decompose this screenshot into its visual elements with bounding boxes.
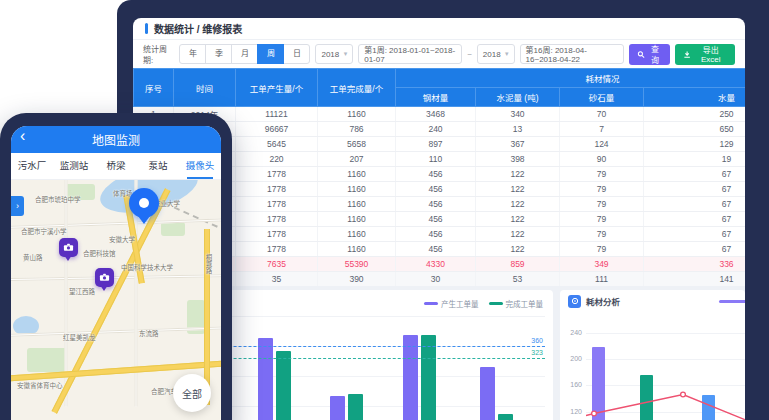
period-option[interactable]: 日 bbox=[283, 44, 310, 64]
table-cell: 250 bbox=[644, 107, 746, 122]
table-cell: 240 bbox=[396, 122, 476, 137]
col-header-sub1: 钢材量 bbox=[396, 88, 476, 107]
col-header-completed: 工单完成量/个 bbox=[318, 69, 396, 107]
consumable-chart-card: 耗材分析 4080120160200240 bbox=[560, 290, 745, 420]
end-week-input[interactable]: 第16周: 2018-04-16~2018-04-22 bbox=[520, 44, 624, 64]
table-cell: 456 bbox=[396, 197, 476, 212]
map-place-label: 合肥科技馆 bbox=[83, 248, 116, 258]
table-cell: 11121 bbox=[236, 107, 318, 122]
col-header-created: 工单产生量/个 bbox=[236, 69, 318, 107]
start-week-input[interactable]: 第1周: 2018-01-01~2018-01-07 bbox=[358, 44, 462, 64]
filter-bar: 统计周期: 年季月周日 2018 ▾ 第1周: 2018-01-01~2018-… bbox=[133, 40, 745, 68]
export-excel-button[interactable]: 导出Excel bbox=[675, 44, 735, 65]
table-cell: 110 bbox=[396, 152, 476, 167]
period-option[interactable]: 周 bbox=[257, 44, 284, 64]
table-cell: 7635 bbox=[236, 257, 318, 272]
table-cell: 30 bbox=[396, 272, 476, 287]
table-cell: 19 bbox=[644, 152, 746, 167]
table-cell: 67 bbox=[644, 242, 746, 257]
chevron-down-icon: ▾ bbox=[505, 50, 509, 58]
table-cell: 124 bbox=[560, 137, 644, 152]
trend-line bbox=[586, 320, 745, 420]
location-pin-marker[interactable] bbox=[129, 188, 159, 218]
map-park bbox=[161, 222, 185, 236]
table-cell: 122 bbox=[476, 182, 560, 197]
query-button-label: 查询 bbox=[648, 43, 663, 65]
table-cell: 1778 bbox=[236, 167, 318, 182]
tab-桥梁[interactable]: 桥梁 bbox=[95, 153, 137, 179]
map-place-label: 安徽省体育中心 bbox=[17, 380, 63, 390]
table-cell: 70 bbox=[560, 107, 644, 122]
period-option[interactable]: 年 bbox=[179, 44, 206, 64]
table-cell: 141 bbox=[644, 272, 746, 287]
map-park bbox=[27, 348, 67, 372]
period-option[interactable]: 季 bbox=[205, 44, 232, 64]
table-cell: 53 bbox=[476, 272, 560, 287]
table-cell: 336 bbox=[644, 257, 746, 272]
table-cell: 67 bbox=[644, 227, 746, 242]
map-place-label: 黄山路 bbox=[23, 252, 43, 262]
map-place-label: 望江西路 bbox=[69, 286, 95, 296]
table-cell: 122 bbox=[476, 242, 560, 257]
tab-摄像头[interactable]: 摄像头 bbox=[179, 153, 221, 179]
consumable-chart-plot: 4080120160200240 bbox=[586, 320, 745, 420]
table-cell: 1778 bbox=[236, 197, 318, 212]
table-cell: 122 bbox=[476, 212, 560, 227]
back-icon[interactable]: ‹ bbox=[20, 127, 25, 145]
table-cell: 1160 bbox=[318, 182, 396, 197]
legend-color-dash bbox=[424, 302, 438, 305]
tab-污水厂[interactable]: 污水厂 bbox=[11, 153, 53, 179]
table-cell: 456 bbox=[396, 212, 476, 227]
end-year-select[interactable]: 2018 ▾ bbox=[477, 44, 515, 64]
tab-监测站[interactable]: 监测站 bbox=[53, 153, 95, 179]
consumable-chart-legend-dash bbox=[719, 300, 745, 303]
map-place-label: 中国科学技术大学 bbox=[121, 262, 173, 272]
consumable-chart-title: 耗材分析 bbox=[586, 295, 620, 307]
map-place-label: 合肥市宁溪小学 bbox=[21, 226, 67, 236]
start-year-select[interactable]: 2018 ▾ bbox=[315, 44, 353, 64]
phone-header: ‹ 地图监测 bbox=[11, 126, 221, 153]
table-cell: 122 bbox=[476, 197, 560, 212]
table-cell: 67 bbox=[644, 167, 746, 182]
camera-marker[interactable] bbox=[95, 268, 114, 287]
map-road bbox=[11, 274, 221, 281]
query-button[interactable]: 查询 bbox=[629, 44, 671, 65]
end-year-value: 2018 bbox=[483, 50, 501, 59]
legend-label: 产生工单量 bbox=[441, 298, 479, 309]
camera-icon bbox=[99, 272, 110, 283]
table-cell: 90 bbox=[560, 152, 644, 167]
col-header-sub2: 水泥量 (吨) bbox=[476, 88, 560, 107]
range-separator: ~ bbox=[467, 50, 472, 59]
end-week-value: 第16周: 2018-04-16~2018-04-22 bbox=[526, 44, 618, 64]
tab-泵站[interactable]: 泵站 bbox=[137, 153, 179, 179]
map-view[interactable]: 合肥市琥珀中学体育场安徽农业大学桐城路合肥市宁溪小学安徽大学合肥科技馆中国科学技… bbox=[11, 180, 221, 420]
table-cell: 79 bbox=[560, 227, 644, 242]
chart-icon bbox=[568, 295, 581, 308]
table-cell: 650 bbox=[644, 122, 746, 137]
export-button-label: 导出Excel bbox=[695, 44, 728, 64]
table-cell: 79 bbox=[560, 212, 644, 227]
table-cell: 1778 bbox=[236, 242, 318, 257]
camera-marker[interactable] bbox=[59, 238, 78, 257]
period-option[interactable]: 月 bbox=[231, 44, 258, 64]
start-week-value: 第1周: 2018-01-01~2018-01-07 bbox=[364, 44, 456, 64]
map-place-label: 合肥市琥珀中学 bbox=[35, 194, 81, 204]
map-place-label: 红星美凯龙 bbox=[63, 332, 96, 342]
reference-line-label: 323 bbox=[531, 349, 543, 356]
table-cell: 398 bbox=[476, 152, 560, 167]
breadcrumb: 数据统计 / 维修报表 bbox=[133, 18, 745, 40]
table-cell: 4330 bbox=[396, 257, 476, 272]
table-cell: 220 bbox=[236, 152, 318, 167]
expand-panel-button[interactable]: › bbox=[11, 196, 24, 216]
all-filter-button[interactable]: 全部 bbox=[173, 374, 211, 412]
table-cell: 897 bbox=[396, 137, 476, 152]
table-cell: 55390 bbox=[318, 257, 396, 272]
camera-icon bbox=[63, 242, 74, 253]
y-axis-tick-label: 120 bbox=[564, 408, 582, 415]
table-cell: 67 bbox=[644, 212, 746, 227]
bar-created bbox=[403, 335, 418, 420]
map-place-label: 安徽大学 bbox=[109, 234, 135, 244]
table-cell: 1778 bbox=[236, 227, 318, 242]
table-cell: 859 bbox=[476, 257, 560, 272]
period-segment: 年季月周日 bbox=[179, 44, 310, 64]
